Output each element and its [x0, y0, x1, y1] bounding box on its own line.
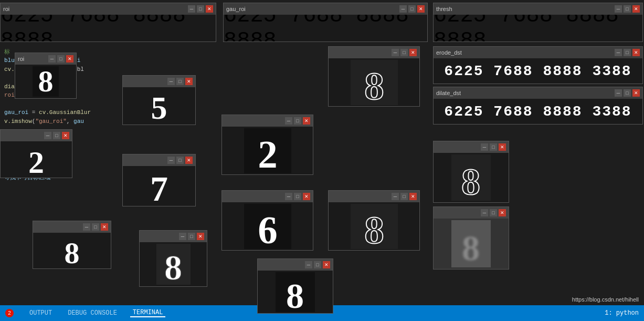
sw4-minimize[interactable]: ─ [83, 223, 90, 231]
gau-roi-win-buttons: ─ □ ✕ [399, 5, 425, 13]
digit-6-svg: 6 [244, 204, 291, 249]
sw12-maximize[interactable]: □ [490, 209, 497, 216]
sw13-minimize[interactable]: ─ [305, 261, 312, 268]
roi-maximize[interactable]: □ [197, 5, 204, 13]
sw2-titlebar[interactable]: ─ □ ✕ [123, 76, 195, 87]
sw5-maximize[interactable]: □ [188, 233, 195, 240]
sw13-close[interactable]: ✕ [323, 261, 330, 268]
sw9-close[interactable]: ✕ [303, 193, 310, 200]
roi-content: 6225 7688 8888 8888 [1, 15, 216, 42]
thresh-maximize[interactable]: □ [624, 5, 631, 13]
sw8-titlebar[interactable]: ─ □ ✕ [329, 47, 419, 58]
sw8-content: 8 [329, 58, 419, 106]
sw12-close[interactable]: ✕ [499, 209, 506, 216]
sw9-minimize[interactable]: ─ [285, 193, 292, 200]
roi-numbers: 6225 7688 8888 8888 [1, 15, 216, 42]
sw12-titlebar[interactable]: ─ □ ✕ [434, 207, 509, 219]
sw5-minimize[interactable]: ─ [179, 233, 186, 240]
gau-roi-close[interactable]: ✕ [417, 5, 425, 13]
sw3-minimize[interactable]: ─ [167, 157, 175, 164]
roi-titlebar[interactable]: roi ─ □ ✕ [1, 3, 216, 15]
sw1-close[interactable]: ✕ [66, 55, 73, 63]
roi-close[interactable]: ✕ [206, 5, 213, 13]
sw2-minimize[interactable]: ─ [167, 78, 175, 85]
thresh-close[interactable]: ✕ [632, 5, 640, 13]
sw7-titlebar[interactable]: ─ □ ✕ [222, 115, 313, 127]
tab-output[interactable]: OUTPUT [27, 309, 55, 317]
erode-dst-close[interactable]: ✕ [632, 49, 640, 56]
dilate-dst-close[interactable]: ✕ [632, 89, 640, 97]
sw4-titlebar[interactable]: ─ □ ✕ [33, 221, 111, 233]
svg-text:8: 8 [364, 208, 384, 249]
sw1-minimize[interactable]: ─ [48, 55, 56, 63]
sw11-minimize[interactable]: ─ [481, 143, 488, 151]
sw1-titlebar[interactable]: roi ─ □ ✕ [15, 53, 76, 65]
sw11-close[interactable]: ✕ [499, 143, 506, 151]
sw3-maximize[interactable]: □ [176, 157, 184, 164]
svg-text:5: 5 [151, 90, 167, 124]
dilate-dst-minimize[interactable]: ─ [615, 89, 622, 97]
erode-dst-minimize[interactable]: ─ [615, 49, 622, 56]
small-win-6: ─ □ ✕ 2 [0, 129, 72, 178]
erode-dst-maximize[interactable]: □ [624, 49, 631, 56]
digit-7-svg: 7 [141, 167, 177, 205]
sw5-close[interactable]: ✕ [197, 233, 204, 240]
sw2-close[interactable]: ✕ [185, 78, 193, 85]
sw10-maximize[interactable]: □ [400, 193, 408, 200]
sw3-close[interactable]: ✕ [185, 157, 193, 164]
sw13-maximize[interactable]: □ [314, 261, 321, 268]
sw10-titlebar[interactable]: ─ □ ✕ [329, 191, 419, 202]
digit-8-outline-svg: 8 [351, 60, 398, 105]
roi-minimize[interactable]: ─ [188, 5, 195, 13]
sw1-maximize[interactable]: □ [57, 55, 65, 63]
gau-roi-content: 6225 7688 8888 8888 [224, 15, 427, 42]
sw7-maximize[interactable]: □ [294, 117, 301, 125]
small-win-2: ─ □ ✕ 5 [122, 75, 196, 125]
digit-8-svg-1: 8 [30, 65, 61, 98]
svg-text:8: 8 [461, 161, 480, 201]
sw9-maximize[interactable]: □ [294, 193, 301, 200]
small-win-4: ─ □ ✕ 8 [33, 221, 111, 269]
sw6-titlebar[interactable]: ─ □ ✕ [1, 130, 72, 141]
sw8-maximize[interactable]: □ [400, 49, 408, 56]
dilate-dst-maximize[interactable]: □ [624, 89, 631, 97]
sw4-maximize[interactable]: □ [92, 223, 99, 231]
small-win-9: ─ □ ✕ 6 [221, 190, 313, 251]
sw3-titlebar[interactable]: ─ □ ✕ [123, 154, 195, 166]
gau-roi-maximize[interactable]: □ [408, 5, 416, 13]
erode-dst-titlebar[interactable]: erode_dst ─ □ ✕ [434, 47, 642, 58]
tab-debug-console[interactable]: DEBUG CONSOLE [65, 309, 120, 317]
roi-win-buttons: ─ □ ✕ [188, 5, 213, 13]
sw11-titlebar[interactable]: ─ □ ✕ [434, 141, 509, 153]
tab-terminal[interactable]: TERMINAL [130, 309, 166, 317]
thresh-titlebar[interactable]: thresh ─ □ ✕ [434, 3, 642, 15]
sw6-close[interactable]: ✕ [62, 132, 69, 139]
sw6-minimize[interactable]: ─ [44, 132, 51, 139]
digit-5-svg: 5 [141, 88, 177, 124]
sw4-close[interactable]: ✕ [101, 223, 108, 231]
sw10-close[interactable]: ✕ [409, 193, 417, 200]
sw8-close[interactable]: ✕ [409, 49, 417, 56]
sw11-maximize[interactable]: □ [490, 143, 497, 151]
blog-link[interactable]: https://blog.csdn.net/hihell [572, 296, 639, 303]
sw1-content: 8 [15, 65, 76, 98]
sw2-maximize[interactable]: □ [176, 78, 184, 85]
sw12-content: 8 [434, 219, 509, 269]
sw8-minimize[interactable]: ─ [392, 49, 399, 56]
sw7-minimize[interactable]: ─ [285, 117, 292, 125]
sw12-minimize[interactable]: ─ [481, 209, 488, 216]
sw10-minimize[interactable]: ─ [392, 193, 399, 200]
sw13-titlebar[interactable]: ─ □ ✕ [258, 259, 333, 271]
small-win-12: ─ □ ✕ 8 [433, 206, 509, 270]
gau-roi-titlebar[interactable]: gau_roi ─ □ ✕ [224, 3, 427, 15]
dilate-dst-titlebar[interactable]: dilate_dst ─ □ ✕ [434, 87, 642, 99]
sw9-titlebar[interactable]: ─ □ ✕ [222, 191, 313, 202]
gau-roi-minimize[interactable]: ─ [399, 5, 407, 13]
thresh-minimize[interactable]: ─ [615, 5, 622, 13]
sw6-maximize[interactable]: □ [53, 132, 60, 139]
sw7-close[interactable]: ✕ [303, 117, 310, 125]
sw5-content: 8 [140, 242, 207, 286]
sw9-content: 6 [222, 202, 313, 250]
svg-text:8: 8 [164, 247, 182, 285]
sw5-titlebar[interactable]: ─ □ ✕ [140, 231, 207, 242]
